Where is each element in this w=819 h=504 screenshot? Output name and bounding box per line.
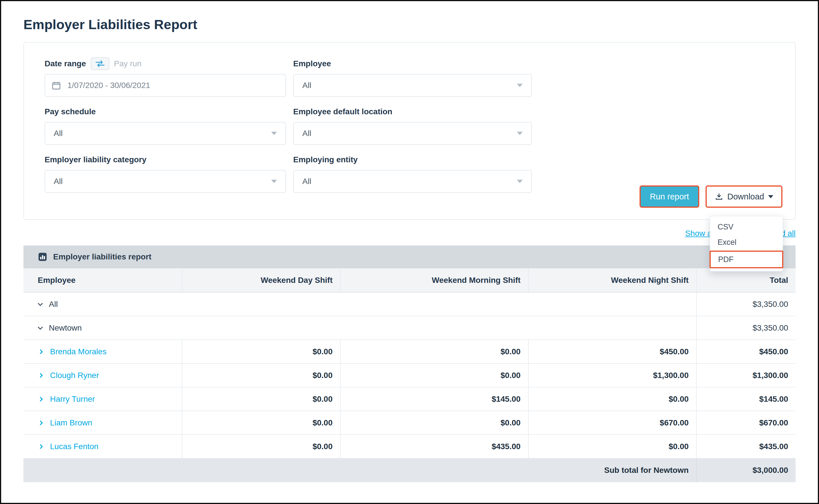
swap-arrows-icon — [95, 60, 105, 67]
column-header-weekend-day-shift: Weekend Day Shift — [182, 268, 340, 292]
download-button[interactable]: Download — [706, 185, 782, 208]
chevron-right-icon[interactable] — [38, 420, 44, 426]
date-range-field: Date range Pay run 1/07/2020 - 30/06/202… — [45, 57, 286, 97]
liability-category-field: Employer liability category All — [45, 153, 286, 193]
liability-category-label: Employer liability category — [45, 155, 146, 164]
subtotal-row: Sub total for Newtown $3,000.00 — [23, 458, 796, 482]
table-row: Clough Ryner $0.00 $0.00 $1,300.00 $1,30… — [23, 363, 796, 387]
group-total: $3,350.00 — [696, 292, 796, 316]
cell-total: $670.00 — [696, 411, 796, 435]
pay-schedule-label: Pay schedule — [45, 107, 96, 116]
employing-entity-field: Employing entity All — [293, 153, 532, 193]
cell-total: $1,300.00 — [696, 363, 796, 387]
cell-weekend-night: $1,300.00 — [528, 363, 696, 387]
employee-select-value: All — [302, 81, 517, 90]
cell-weekend-day: $0.00 — [182, 363, 340, 387]
employee-link[interactable]: Liam Brown — [50, 418, 92, 427]
pay-schedule-select-value: All — [54, 129, 271, 138]
menu-item-excel[interactable]: Excel — [710, 235, 783, 250]
calendar-icon — [45, 81, 67, 90]
report-title: Employer liabilities report — [53, 252, 151, 261]
default-location-field: Employee default location All — [293, 105, 532, 145]
employing-entity-select-value: All — [302, 177, 517, 186]
employee-label: Employee — [293, 59, 331, 68]
cell-total: $145.00 — [696, 387, 796, 411]
cell-weekend-night: $0.00 — [528, 435, 696, 458]
table-row: Liam Brown $0.00 $0.00 $670.00 $670.00 — [23, 411, 796, 435]
column-header-total: Total — [696, 268, 796, 292]
cell-weekend-night: $0.00 — [528, 387, 696, 411]
cell-weekend-morning: $435.00 — [340, 435, 528, 458]
cell-weekend-morning: $0.00 — [340, 363, 528, 387]
column-header-employee: Employee — [23, 268, 182, 292]
table-row: Harry Turner $0.00 $145.00 $0.00 $145.00 — [23, 387, 796, 411]
group-label: All — [49, 300, 58, 309]
chevron-down-icon[interactable] — [37, 301, 44, 308]
menu-item-csv[interactable]: CSV — [710, 219, 783, 235]
employee-filter-field: Employee All — [293, 57, 532, 97]
pay-schedule-select[interactable]: All — [45, 122, 286, 145]
table-row: Lucas Fenton $0.00 $435.00 $0.00 $435.00 — [23, 435, 796, 458]
default-location-select[interactable]: All — [293, 122, 532, 145]
table-header-row: Employee Weekend Day Shift Weekend Morni… — [23, 268, 796, 292]
cell-weekend-day: $0.00 — [182, 340, 340, 363]
chevron-right-icon[interactable] — [38, 349, 44, 355]
employer-liabilities-report-page: Employer Liabilities Report Date range P… — [0, 0, 819, 504]
employee-select[interactable]: All — [293, 74, 532, 97]
date-range-label: Date range — [45, 59, 86, 68]
chevron-down-icon — [271, 180, 277, 183]
employing-entity-select[interactable]: All — [293, 170, 532, 193]
date-range-value: 1/07/2020 - 30/06/2021 — [67, 81, 150, 90]
cell-weekend-night: $450.00 — [528, 340, 696, 363]
chevron-down-icon — [271, 132, 277, 135]
bar-chart-icon — [38, 252, 47, 262]
group-row-all: All $3,350.00 — [23, 292, 796, 316]
pay-run-label: Pay run — [114, 59, 142, 68]
group-row-newtown: Newtown $3,350.00 — [23, 316, 796, 340]
cell-total: $450.00 — [696, 340, 796, 363]
menu-item-pdf[interactable]: PDF — [711, 252, 782, 267]
report-table: Employee Weekend Day Shift Weekend Morni… — [23, 268, 796, 482]
pdf-annotation-box: PDF — [710, 251, 783, 268]
table-row: Brenda Morales $0.00 $0.00 $450.00 $450.… — [23, 340, 796, 363]
employee-link[interactable]: Harry Turner — [50, 395, 95, 404]
employee-link[interactable]: Clough Ryner — [50, 371, 99, 380]
date-range-input[interactable]: 1/07/2020 - 30/06/2021 — [45, 74, 286, 97]
chevron-right-icon[interactable] — [38, 372, 44, 379]
group-label: Newtown — [49, 323, 82, 333]
cell-weekend-day: $0.00 — [182, 411, 340, 435]
download-icon — [715, 192, 723, 201]
chevron-right-icon[interactable] — [38, 396, 44, 402]
default-location-label: Employee default location — [293, 107, 392, 116]
caret-down-icon — [768, 195, 773, 198]
subtotal-value: $3,000.00 — [696, 458, 796, 482]
cell-weekend-morning: $0.00 — [340, 411, 528, 435]
chevron-down-icon — [517, 132, 523, 135]
cell-weekend-morning: $0.00 — [340, 340, 528, 363]
filter-panel: Date range Pay run 1/07/2020 - 30/06/202… — [23, 42, 796, 220]
cell-weekend-night: $670.00 — [528, 411, 696, 435]
report-header-bar: Employer liabilities report — [23, 245, 796, 268]
table-links-row: Show all Expand all — [23, 229, 796, 238]
liability-category-select[interactable]: All — [45, 170, 286, 193]
cell-weekend-day: $0.00 — [182, 435, 340, 458]
employee-link[interactable]: Brenda Morales — [50, 347, 107, 356]
column-header-weekend-morning-shift: Weekend Morning Shift — [340, 268, 528, 292]
pay-schedule-field: Pay schedule All — [45, 105, 286, 145]
chevron-down-icon — [517, 180, 523, 183]
cell-total: $435.00 — [696, 435, 796, 458]
run-report-button[interactable]: Run report — [640, 185, 699, 208]
column-header-weekend-night-shift: Weekend Night Shift — [528, 268, 696, 292]
chevron-down-icon — [517, 84, 523, 87]
chevron-down-icon[interactable] — [37, 325, 44, 331]
download-button-label: Download — [727, 192, 764, 201]
download-menu: CSV Excel PDF — [710, 216, 783, 271]
employee-link[interactable]: Lucas Fenton — [50, 442, 99, 451]
cell-weekend-morning: $145.00 — [340, 387, 528, 411]
page-title: Employer Liabilities Report — [23, 17, 796, 32]
chevron-right-icon[interactable] — [38, 443, 44, 450]
date-range-payrun-toggle[interactable] — [91, 57, 109, 70]
employing-entity-label: Employing entity — [293, 155, 358, 164]
default-location-select-value: All — [302, 129, 517, 138]
liability-category-select-value: All — [54, 177, 271, 186]
